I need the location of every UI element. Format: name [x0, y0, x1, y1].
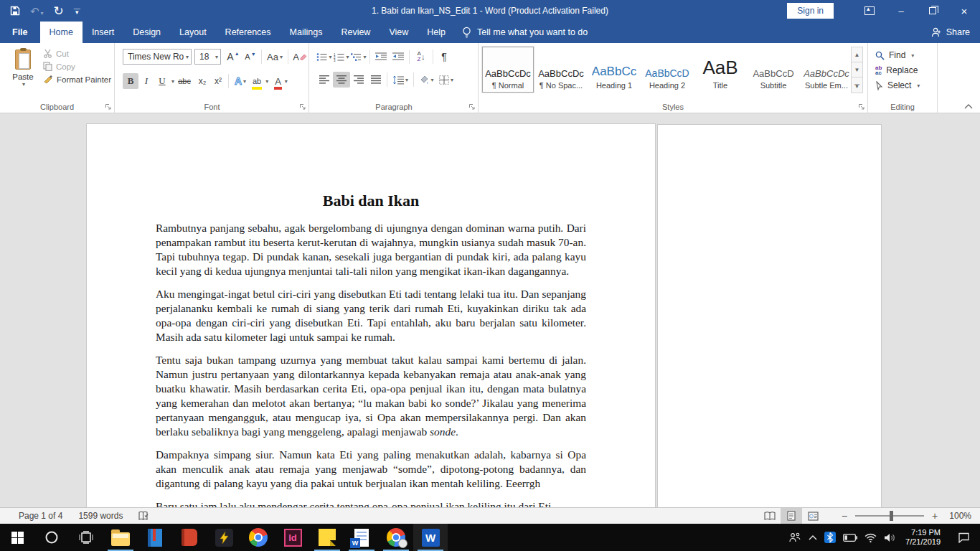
- style-heading-1[interactable]: AaBbCc Heading 1: [588, 47, 640, 93]
- wifi-icon[interactable]: [864, 533, 877, 542]
- replace-button[interactable]: abac Replace: [875, 65, 920, 75]
- styles-dialog-launcher-icon[interactable]: [858, 103, 865, 110]
- tab-mailings[interactable]: Mailings: [281, 22, 332, 43]
- tab-view[interactable]: View: [380, 22, 418, 43]
- style-heading-2[interactable]: AaBbCcD Heading 2: [641, 47, 693, 93]
- hidden-icons-chevron[interactable]: [809, 535, 817, 540]
- font-dialog-launcher-icon[interactable]: [299, 103, 306, 110]
- align-right-button[interactable]: [350, 72, 367, 88]
- sort-button[interactable]: AZ ↓: [412, 49, 430, 65]
- share-button[interactable]: Share: [931, 22, 980, 43]
- collapse-ribbon-icon[interactable]: [964, 104, 973, 109]
- change-case-button[interactable]: Aa▾: [264, 49, 286, 65]
- increase-indent-button[interactable]: [390, 49, 407, 65]
- show-hide-pilcrow-button[interactable]: ¶: [435, 49, 453, 65]
- align-center-button[interactable]: [333, 72, 350, 88]
- style-no-spacing[interactable]: AaBbCcDc ¶ No Spac...: [535, 47, 587, 93]
- redo-icon[interactable]: ↻: [54, 5, 64, 17]
- bold-button[interactable]: B: [123, 73, 138, 89]
- close-button[interactable]: ×: [948, 0, 980, 22]
- battery-icon[interactable]: [843, 534, 857, 542]
- web-layout-button[interactable]: [802, 508, 824, 524]
- copy-button[interactable]: Copy: [43, 62, 111, 71]
- taskbar-red-book-app[interactable]: [172, 524, 207, 551]
- bluetooth-icon[interactable]: [824, 532, 836, 543]
- decrease-indent-button[interactable]: [372, 49, 390, 65]
- tab-home[interactable]: Home: [40, 22, 83, 43]
- italic-button[interactable]: I: [138, 73, 154, 89]
- taskbar-indesign[interactable]: Id: [275, 524, 310, 551]
- taskbar-clock[interactable]: 7:19 PM 7/21/2019: [903, 528, 943, 547]
- underline-button[interactable]: U: [154, 73, 170, 89]
- people-icon[interactable]: [788, 532, 801, 542]
- multilevel-list-button[interactable]: ▾: [350, 49, 367, 65]
- find-button[interactable]: Find▾: [875, 50, 920, 60]
- tab-file[interactable]: File: [0, 22, 40, 43]
- grow-font-button[interactable]: A▲: [225, 49, 242, 65]
- taskbar-file-explorer[interactable]: [103, 524, 138, 551]
- font-size-combobox[interactable]: 18▾: [194, 49, 221, 65]
- style-subtitle[interactable]: AaBbCcD Subtitle: [748, 47, 799, 93]
- numbering-button[interactable]: 123▾: [333, 49, 350, 65]
- zoom-in-button[interactable]: +: [930, 510, 940, 522]
- taskbar-word-document[interactable]: [344, 524, 379, 551]
- highlight-color-button[interactable]: ab▾: [250, 73, 271, 89]
- zoom-slider[interactable]: [855, 515, 924, 517]
- taskbar-sticky-notes[interactable]: [310, 524, 344, 551]
- proofing-status-icon[interactable]: [138, 511, 149, 521]
- borders-button[interactable]: ▾: [436, 72, 456, 88]
- tab-insert[interactable]: Insert: [83, 22, 123, 43]
- select-button[interactable]: Select▾: [875, 80, 920, 90]
- style-normal[interactable]: AaBbCcDc ¶ Normal: [482, 47, 534, 93]
- minimize-button[interactable]: –: [885, 0, 917, 22]
- paste-button[interactable]: Paste ▾: [4, 47, 42, 100]
- taskbar-chrome-app[interactable]: [379, 524, 413, 551]
- undo-icon[interactable]: ↶▾: [30, 6, 44, 17]
- tab-layout[interactable]: Layout: [170, 22, 216, 43]
- zoom-out-button[interactable]: −: [839, 510, 849, 522]
- read-mode-button[interactable]: [759, 508, 781, 524]
- cut-button[interactable]: Cut: [43, 49, 111, 58]
- shading-button[interactable]: ▾: [416, 72, 436, 88]
- styles-scroll-up-icon[interactable]: ▲: [852, 47, 862, 62]
- clipboard-dialog-launcher-icon[interactable]: [105, 103, 112, 110]
- subscript-button[interactable]: x₂: [194, 73, 210, 89]
- tab-help[interactable]: Help: [418, 22, 455, 43]
- speaker-icon[interactable]: [884, 533, 895, 542]
- tab-design[interactable]: Design: [123, 22, 170, 43]
- word-count[interactable]: 1599 words: [78, 511, 123, 521]
- justify-button[interactable]: [367, 72, 385, 88]
- zoom-slider-thumb[interactable]: [890, 511, 893, 521]
- task-view-button[interactable]: [69, 524, 103, 551]
- taskbar-chrome[interactable]: [241, 524, 275, 551]
- restore-button[interactable]: [917, 0, 948, 22]
- align-left-button[interactable]: [316, 72, 333, 88]
- font-name-combobox[interactable]: Times New Ro▾: [123, 49, 192, 65]
- sign-in-button[interactable]: Sign in: [787, 3, 834, 19]
- document-page-2[interactable]: [657, 124, 882, 507]
- tab-references[interactable]: References: [216, 22, 281, 43]
- superscript-button[interactable]: x²: [210, 73, 226, 89]
- tab-review[interactable]: Review: [331, 22, 380, 43]
- customize-qat-icon[interactable]: —▾: [74, 7, 80, 14]
- style-subtle-emphasis[interactable]: AaBbCcDc Subtle Em...: [801, 47, 852, 93]
- print-layout-button[interactable]: [781, 508, 802, 524]
- clear-formatting-button[interactable]: A: [291, 49, 309, 65]
- styles-gallery-more-icon[interactable]: —▼: [852, 77, 862, 93]
- paragraph-dialog-launcher-icon[interactable]: [468, 103, 476, 110]
- styles-scroll-down-icon[interactable]: ▼: [852, 62, 862, 77]
- cortana-button[interactable]: [34, 524, 69, 551]
- bullets-button[interactable]: ▾: [316, 49, 333, 65]
- action-center-icon[interactable]: [958, 532, 970, 543]
- page-indicator[interactable]: Page 1 of 4: [19, 511, 62, 521]
- start-button[interactable]: [0, 524, 34, 551]
- text-effects-button[interactable]: A▾: [231, 73, 250, 89]
- document-page-1[interactable]: Babi dan Ikan Rambutnya panjang sebahu, …: [86, 123, 656, 507]
- taskbar-word[interactable]: W: [413, 524, 448, 551]
- strikethrough-button[interactable]: abc: [174, 73, 194, 89]
- taskbar-winamp[interactable]: [207, 524, 241, 551]
- shrink-font-button[interactable]: A▼: [242, 49, 259, 65]
- save-icon[interactable]: [10, 6, 20, 16]
- style-title[interactable]: AaB Title: [694, 47, 746, 93]
- format-painter-button[interactable]: Format Painter: [43, 75, 111, 84]
